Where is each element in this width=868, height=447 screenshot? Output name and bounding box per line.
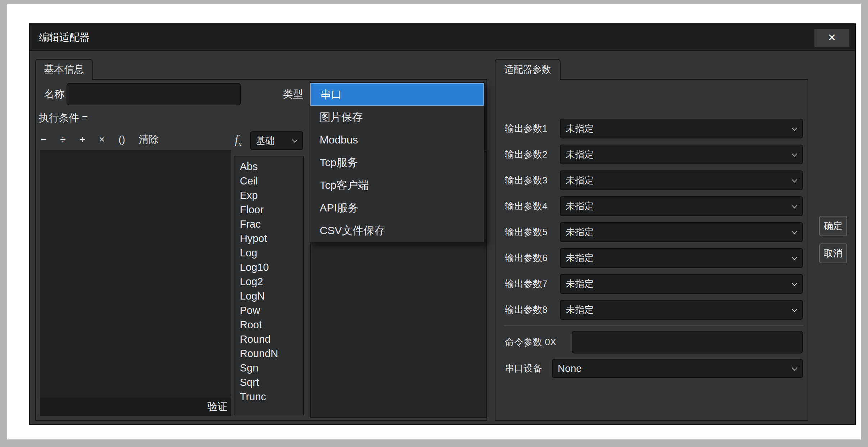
function-item[interactable]: Trunc: [234, 389, 303, 404]
close-button[interactable]: ✕: [814, 29, 849, 47]
output-param-value: 未指定: [566, 171, 594, 190]
output-param-select[interactable]: 未指定: [560, 222, 803, 242]
function-item[interactable]: Floor: [234, 202, 303, 217]
type-option[interactable]: Modbus: [310, 128, 484, 151]
operator-button[interactable]: 清除: [139, 133, 159, 146]
output-param-label: 输出参数4: [505, 196, 559, 216]
function-category-value: 基础: [256, 132, 275, 149]
output-param-label: 输出参数2: [505, 145, 559, 164]
type-dropdown-list: 串口 图片保存 Modbus Tcp服务 Tcp客户端 API服务 CSV文件保…: [310, 82, 485, 242]
serial-device-label: 串口设备: [505, 359, 542, 378]
function-item[interactable]: LogN: [234, 289, 303, 303]
command-param-label: 命令参数 0X: [505, 331, 556, 354]
name-label: 名称: [44, 83, 64, 105]
output-param-label: 输出参数8: [505, 300, 559, 320]
output-param-label: 输出参数3: [505, 170, 559, 190]
function-item[interactable]: Hypot: [234, 231, 303, 246]
function-item[interactable]: Log10: [234, 260, 303, 274]
chevron-down-icon: [792, 125, 798, 131]
chevron-down-icon: [792, 255, 798, 260]
serial-device-select[interactable]: None: [552, 359, 803, 378]
function-item[interactable]: Ceil: [234, 174, 303, 188]
chevron-down-icon: [292, 137, 298, 143]
function-item[interactable]: Frac: [234, 217, 303, 231]
expression-editor[interactable]: [40, 150, 231, 397]
function-item[interactable]: Log2: [234, 274, 303, 289]
close-icon: ✕: [828, 32, 836, 43]
function-item[interactable]: Exp: [234, 188, 303, 202]
window-frame: 编辑适配器 ✕ 基本信息 名称 类型 串口 图片保存 Modbus Tcp服务: [7, 4, 861, 439]
type-option[interactable]: Tcp客户端: [310, 174, 484, 196]
chevron-down-icon: [792, 151, 798, 157]
operator-button[interactable]: +: [79, 134, 85, 145]
function-list: Abs Ceil Exp Floor Frac Hypot Log Log10 …: [234, 156, 304, 415]
output-param-select[interactable]: 未指定: [560, 145, 803, 164]
output-param-value: 未指定: [566, 301, 594, 319]
function-item[interactable]: Sgn: [234, 361, 303, 375]
type-option[interactable]: CSV文件保存: [310, 219, 484, 242]
chevron-down-icon: [792, 177, 798, 183]
function-item[interactable]: Abs: [234, 159, 303, 174]
output-param-value: 未指定: [566, 249, 594, 267]
output-param-value: 未指定: [566, 145, 594, 164]
output-param-label: 输出参数5: [505, 222, 559, 242]
function-item[interactable]: Round: [234, 332, 303, 346]
chevron-down-icon: [792, 229, 798, 234]
function-item[interactable]: Pow: [234, 303, 303, 318]
serial-device-value: None: [558, 360, 582, 377]
command-param-input[interactable]: [572, 331, 803, 354]
dialog-title: 编辑适配器: [39, 24, 90, 50]
output-param-value: 未指定: [566, 275, 594, 293]
operator-button[interactable]: ÷: [60, 134, 65, 145]
ok-button[interactable]: 确定: [819, 216, 847, 236]
tab-basic-info[interactable]: 基本信息: [35, 59, 93, 80]
type-option[interactable]: 串口: [310, 83, 484, 106]
operator-button[interactable]: ×: [99, 134, 105, 145]
type-label: 类型: [283, 83, 303, 105]
chevron-down-icon: [792, 203, 798, 209]
condition-label: 执行条件 =: [39, 111, 88, 125]
chevron-down-icon: [792, 365, 798, 371]
cancel-button[interactable]: 取消: [819, 243, 847, 263]
type-option[interactable]: API服务: [310, 196, 484, 219]
edit-adapter-dialog: 编辑适配器 ✕ 基本信息 名称 类型 串口 图片保存 Modbus Tcp服务: [29, 23, 856, 425]
output-param-value: 未指定: [566, 119, 594, 138]
operator-toolbar: − ÷ + × () 清除: [41, 130, 173, 149]
output-param-label: 输出参数6: [505, 248, 559, 268]
type-option[interactable]: Tcp服务: [310, 151, 484, 174]
operator-button[interactable]: (): [118, 134, 125, 145]
chevron-down-icon: [792, 280, 798, 286]
function-item[interactable]: Sqrt: [234, 375, 303, 389]
chevron-down-icon: [792, 306, 798, 312]
output-param-select[interactable]: 未指定: [560, 119, 803, 138]
output-param-select[interactable]: 未指定: [560, 196, 803, 216]
output-param-select[interactable]: 未指定: [560, 170, 803, 190]
output-param-select[interactable]: 未指定: [560, 300, 803, 320]
fx-icon: fx: [235, 130, 242, 149]
function-item[interactable]: Log: [234, 246, 303, 260]
output-param-select[interactable]: 未指定: [560, 274, 803, 294]
dialog-titlebar: 编辑适配器 ✕: [30, 24, 855, 51]
output-param-label: 输出参数7: [505, 274, 559, 294]
output-param-select[interactable]: 未指定: [560, 248, 803, 268]
output-param-value: 未指定: [566, 223, 594, 241]
section-divider: [504, 325, 804, 326]
function-category-select[interactable]: 基础: [250, 131, 303, 150]
validate-button[interactable]: 验证: [40, 397, 231, 416]
name-input[interactable]: [67, 83, 241, 105]
function-item[interactable]: Root: [234, 318, 303, 332]
type-option[interactable]: 图片保存: [310, 106, 484, 128]
function-item[interactable]: RoundN: [234, 346, 303, 361]
desktop-background: 编辑适配器 ✕ 基本信息 名称 类型 串口 图片保存 Modbus Tcp服务: [0, 0, 868, 447]
output-param-value: 未指定: [566, 197, 594, 215]
operator-button[interactable]: −: [41, 134, 46, 145]
output-param-label: 输出参数1: [505, 119, 559, 138]
tab-adapter-params[interactable]: 适配器参数: [495, 59, 561, 80]
